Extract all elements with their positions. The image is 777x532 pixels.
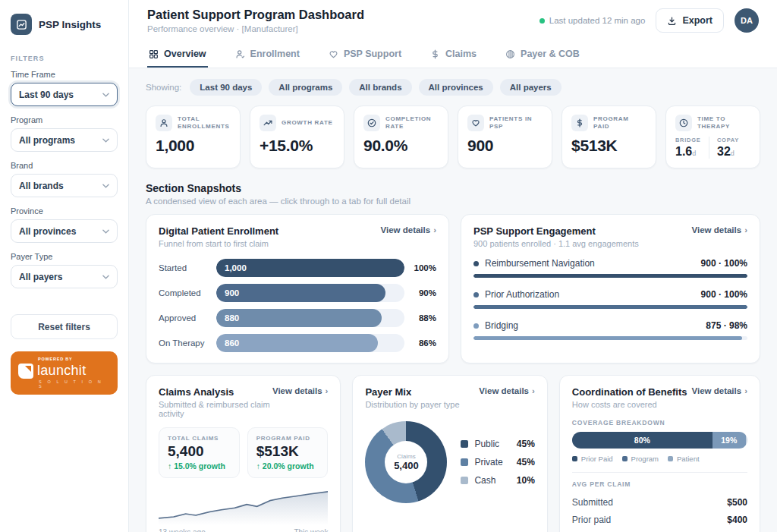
- tab-payer-cob[interactable]: Payer & COB: [504, 40, 581, 68]
- payertype-select[interactable]: All payers: [11, 265, 118, 288]
- chip-brands[interactable]: All brands: [349, 79, 411, 96]
- avatar[interactable]: DA: [735, 8, 759, 33]
- chevron-right-icon: ›: [744, 386, 747, 395]
- sidebar: PSP Insights FILTERS Time Frame Last 90 …: [0, 0, 129, 532]
- kpi-label: GROWTH RATE: [282, 119, 333, 127]
- brand-value: All brands: [19, 181, 64, 191]
- program-select[interactable]: All programs: [11, 128, 118, 152]
- engagement-card-subtitle: 900 patients enrolled · 1.1 avg engageme…: [473, 239, 639, 248]
- kpi-completion-rate: COMPLETION RATE 90.0%: [354, 105, 448, 168]
- chip-provinces[interactable]: All provinces: [419, 79, 493, 96]
- tab-claims[interactable]: Claims: [429, 40, 478, 68]
- kpi-label: TIME TO THERAPY: [697, 115, 750, 131]
- brand-select[interactable]: All brands: [11, 174, 118, 197]
- section-title: Section Snapshots: [146, 182, 760, 194]
- timeframe-value: Last 90 days: [19, 90, 74, 100]
- filter-label-province: Province: [11, 206, 118, 216]
- launchit-glyph-icon: [18, 364, 33, 379]
- claims-card-subtitle: Submitted & reimbursed claim activity: [159, 400, 272, 418]
- grid-icon: [149, 49, 159, 59]
- dollar-icon: [430, 49, 440, 59]
- payer-mix-card-subtitle: Distribution by payer type: [365, 400, 459, 409]
- coins-icon: [505, 49, 515, 59]
- kpi-program-paid: PROGRAM PAID $513K: [562, 105, 656, 168]
- chevron-down-icon: [102, 138, 109, 143]
- download-icon: [667, 16, 677, 26]
- kpi-label: TOTAL ENROLLMENTS: [178, 115, 231, 131]
- tab-overview[interactable]: Overview: [147, 40, 208, 68]
- enrollment-card-title: Digital Patient Enrollment: [159, 225, 278, 237]
- app: PSP Insights FILTERS Time Frame Last 90 …: [0, 0, 777, 532]
- avg-row-prior-paid: Prior paid$400: [572, 511, 747, 528]
- payer-mix-card-title: Payer Mix: [365, 386, 459, 398]
- check-circle-icon: [363, 115, 380, 131]
- chip-payers[interactable]: All payers: [500, 79, 562, 96]
- chevron-right-icon: ›: [326, 386, 329, 395]
- section-subtitle: A condensed view of each area — click th…: [146, 197, 760, 206]
- payer-mix-card: Payer Mix Distribution by payer type Vie…: [352, 375, 547, 532]
- last-updated-status: Last updated 12 min ago: [539, 16, 646, 25]
- avg-row-submitted: Submitted$500: [572, 493, 747, 511]
- engagement-view-details-link[interactable]: View details›: [692, 225, 747, 235]
- kpi-time-to-therapy: TIME TO THERAPY BRIDGE 1.6d COPAY 32d: [665, 105, 760, 168]
- export-button[interactable]: Export: [656, 8, 724, 33]
- avg-row-psp-contribution: PSP contribution$95: [572, 528, 747, 532]
- filter-label-program: Program: [11, 115, 118, 124]
- launchit-logo[interactable]: POWERED BY launchit S O L U T I O N S: [11, 351, 118, 395]
- enrollment-card: Digital Patient Enrollment Funnel from s…: [146, 214, 449, 364]
- bullet-icon: [473, 323, 479, 329]
- person-icon: [235, 49, 245, 59]
- brand: PSP Insights: [11, 14, 118, 35]
- bridge-label: BRIDGE: [675, 137, 709, 143]
- province-value: All provinces: [19, 226, 76, 237]
- tab-psp-support[interactable]: PSP Support: [327, 40, 403, 68]
- claims-card-title: Claims Analysis: [159, 386, 272, 398]
- cob-card: Coordination of Benefits How costs are c…: [559, 375, 760, 532]
- chart-logo-icon: [11, 14, 32, 35]
- chip-programs[interactable]: All programs: [269, 79, 342, 96]
- funnel-row-on-therapy: On Therapy 860 86%: [159, 334, 436, 352]
- tab-payer-cob-label: Payer & COB: [521, 49, 580, 59]
- kpi-value: 900: [467, 137, 543, 155]
- legend-cash: Cash 10%: [461, 475, 534, 486]
- filter-label-payertype: Payer Type: [11, 252, 118, 261]
- bridge-value: 1.6d: [675, 145, 709, 159]
- tab-enrollment-label: Enrollment: [250, 49, 300, 59]
- claims-card: Claims Analysis Submitted & reimbursed c…: [146, 375, 341, 532]
- page-subtitle: Performance overview · [Manufacturer]: [147, 24, 364, 33]
- kpi-label: PROGRAM PAID: [593, 115, 646, 131]
- enrollment-view-details-link[interactable]: View details›: [381, 225, 436, 235]
- program-paid-stat: PROGRAM PAID $513K ↑ 20.0% growth: [247, 427, 329, 478]
- sparkline-start-label: 13 weeks ago: [159, 528, 206, 532]
- chip-timeframe[interactable]: Last 90 days: [190, 79, 262, 96]
- kpi-value: 1,000: [156, 137, 231, 155]
- kpi-growth-rate: GROWTH RATE +15.0%: [250, 105, 344, 168]
- reset-filters-button[interactable]: Reset filters: [11, 314, 118, 339]
- chevron-down-icon: [102, 93, 109, 97]
- funnel-row-approved: Approved 880 88%: [159, 309, 436, 327]
- legend-swatch-icon: [622, 456, 628, 461]
- chevron-down-icon: [102, 229, 109, 234]
- funnel-row-completed: Completed 900 90%: [159, 284, 436, 302]
- engagement-card-title: PSP Support Engagement: [473, 225, 639, 237]
- province-select[interactable]: All provinces: [11, 219, 118, 243]
- engagement-row-prior-auth: Prior Authorization 900 · 100%: [473, 289, 747, 309]
- timeframe-select[interactable]: Last 90 days: [11, 83, 118, 106]
- export-label: Export: [682, 15, 713, 26]
- divider: [572, 472, 747, 473]
- coverage-legend: Prior Paid Program Patient: [572, 455, 747, 463]
- last-updated-text: Last updated 12 min ago: [549, 16, 646, 25]
- bullet-icon: [473, 261, 479, 266]
- payer-mix-view-details-link[interactable]: View details›: [479, 386, 534, 395]
- cob-view-details-link[interactable]: View details›: [692, 386, 747, 395]
- donut-center-label: Claims: [397, 453, 415, 460]
- legend-swatch-icon: [461, 477, 468, 484]
- claims-view-details-link[interactable]: View details›: [272, 386, 328, 395]
- person-icon: [156, 115, 172, 131]
- kpi-label: PATIENTS IN PSP: [489, 115, 543, 131]
- enrollment-card-subtitle: Funnel from start to first claim: [159, 239, 278, 248]
- legend-swatch-icon: [461, 440, 468, 448]
- tab-claims-label: Claims: [445, 49, 477, 59]
- filter-label-timeframe: Time Frame: [11, 70, 118, 79]
- tab-enrollment[interactable]: Enrollment: [234, 40, 301, 68]
